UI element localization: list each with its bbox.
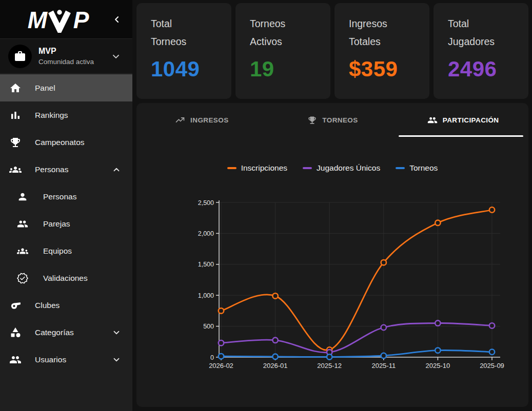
main-content: Total Torneos 1049 Torneos Activos 19 In… bbox=[132, 0, 532, 411]
community-subtitle: Comunidad activa bbox=[38, 57, 104, 67]
community-name: MVP bbox=[38, 46, 104, 56]
sidebar-item-label: Usuarios bbox=[35, 355, 66, 364]
svg-text:0: 0 bbox=[210, 354, 214, 361]
people-icon bbox=[9, 354, 22, 366]
sidebar-item-label: Rankings bbox=[35, 111, 68, 120]
community-avatar bbox=[8, 45, 32, 68]
tab-ingresos[interactable]: INGRESOS bbox=[136, 103, 267, 137]
svg-text:P: P bbox=[73, 7, 89, 33]
legend-dash-icon bbox=[396, 167, 405, 170]
sidebar-nav: Panel Rankings Campeonatos Personas Pers… bbox=[0, 74, 132, 411]
stat-card-total-jugadores: Total Jugadores 2496 bbox=[434, 3, 528, 99]
sidebar-item-campeonatos[interactable]: Campeonatos bbox=[0, 129, 132, 156]
stat-card-torneos-activos: Torneos Activos 19 bbox=[235, 3, 330, 99]
sidebar-item-label: Validaciones bbox=[43, 274, 88, 283]
svg-text:2026-01: 2026-01 bbox=[263, 362, 288, 369]
tab-label: TORNEOS bbox=[322, 116, 358, 124]
whistle-icon bbox=[9, 299, 22, 312]
svg-text:1,000: 1,000 bbox=[198, 292, 214, 299]
svg-text:M: M bbox=[28, 7, 48, 33]
legend-item[interactable]: Jugadores Únicos bbox=[303, 163, 380, 173]
stat-value: $359 bbox=[349, 57, 415, 81]
stat-card-ingresos-totales: Ingresos Totales $359 bbox=[334, 3, 429, 99]
svg-text:2026-02: 2026-02 bbox=[209, 362, 233, 369]
svg-text:2,000: 2,000 bbox=[198, 230, 214, 237]
participation-chart: 05001,0001,5002,0002,5002026-022026-0120… bbox=[191, 197, 519, 374]
sidebar-item-label: Parejas bbox=[43, 219, 70, 229]
stat-card-total-torneos: Total Torneos 1049 bbox=[136, 3, 231, 99]
sidebar-item-clubes[interactable]: Clubes bbox=[0, 292, 132, 319]
chevron-down-icon bbox=[112, 355, 121, 364]
sidebar-item-validaciones[interactable]: Validaciones bbox=[0, 264, 132, 292]
tab-label: PARTICIPACIÓN bbox=[443, 116, 499, 124]
people-icon bbox=[427, 115, 438, 125]
community-text: MVP Comunidad activa bbox=[38, 46, 104, 67]
legend-label: Inscripciones bbox=[241, 163, 287, 173]
stat-value: 2496 bbox=[448, 57, 514, 81]
sidebar-item-usuarios[interactable]: Usuarios bbox=[0, 346, 132, 373]
sidebar-item-personas[interactable]: Personas bbox=[0, 183, 132, 210]
sidebar-item-categorias[interactable]: Categorías bbox=[0, 319, 132, 346]
sidebar-item-personas-group[interactable]: Personas bbox=[0, 156, 132, 183]
chevron-left-icon bbox=[112, 14, 122, 25]
sidebar-item-parejas[interactable]: Parejas bbox=[0, 210, 132, 237]
svg-text:2025-11: 2025-11 bbox=[371, 362, 396, 369]
sidebar-item-panel[interactable]: Panel bbox=[0, 74, 132, 101]
mvp-logo: M P bbox=[26, 6, 93, 33]
sidebar-item-label: Categorías bbox=[35, 328, 74, 337]
groups-icon bbox=[17, 245, 28, 257]
chart-panel: INGRESOS TORNEOS PARTICIPACIÓN Inscripci… bbox=[136, 103, 528, 407]
trophy-icon bbox=[9, 136, 22, 149]
sidebar-item-label: Campeonatos bbox=[35, 138, 85, 147]
chevron-down-icon bbox=[112, 328, 121, 337]
legend-label: Torneos bbox=[409, 163, 438, 173]
stat-label: Ingresos Totales bbox=[349, 15, 415, 51]
tab-torneos[interactable]: TORNEOS bbox=[267, 103, 398, 137]
sidebar-item-equipos[interactable]: Equipos bbox=[0, 237, 132, 264]
sidebar-item-label: Personas bbox=[43, 192, 76, 201]
sidebar-item-label: Equipos bbox=[43, 246, 72, 256]
app-root: M P MVP Comunidad activa Panel bbox=[0, 0, 532, 411]
sidebar: M P MVP Comunidad activa Panel bbox=[0, 0, 132, 411]
bar-chart-icon bbox=[9, 109, 22, 121]
chevron-down-icon bbox=[111, 51, 121, 61]
chart-tabs: INGRESOS TORNEOS PARTICIPACIÓN bbox=[136, 103, 528, 137]
logo-bar: M P bbox=[0, 0, 132, 39]
stat-label: Torneos Activos bbox=[250, 15, 316, 51]
svg-text:1,500: 1,500 bbox=[198, 261, 214, 268]
stat-value: 1049 bbox=[151, 57, 217, 81]
svg-text:2025-09: 2025-09 bbox=[480, 362, 504, 369]
category-icon bbox=[9, 326, 22, 339]
chart-legend: InscripcionesJugadores ÚnicosTorneos bbox=[136, 163, 528, 173]
svg-text:500: 500 bbox=[203, 323, 214, 330]
verified-badge-icon bbox=[17, 273, 28, 284]
stat-value: 19 bbox=[250, 57, 316, 81]
sidebar-collapse-button[interactable] bbox=[111, 13, 123, 27]
trophy-icon bbox=[307, 115, 317, 125]
home-icon bbox=[9, 82, 22, 94]
stat-label: Total Torneos bbox=[151, 15, 217, 51]
tab-label: INGRESOS bbox=[190, 116, 228, 124]
legend-dash-icon bbox=[227, 167, 237, 170]
stat-label: Total Jugadores bbox=[448, 15, 514, 51]
stats-row: Total Torneos 1049 Torneos Activos 19 In… bbox=[136, 3, 528, 99]
svg-text:2025-10: 2025-10 bbox=[426, 362, 450, 369]
trending-up-icon bbox=[175, 115, 185, 125]
sidebar-item-label: Panel bbox=[35, 84, 55, 93]
sidebar-item-label: Personas bbox=[35, 165, 68, 174]
groups-icon bbox=[9, 163, 22, 176]
chevron-up-icon bbox=[112, 165, 121, 174]
community-selector[interactable]: MVP Comunidad activa bbox=[0, 39, 132, 74]
legend-item[interactable]: Inscripciones bbox=[227, 163, 287, 173]
svg-text:2,500: 2,500 bbox=[198, 199, 214, 207]
people-icon bbox=[17, 218, 28, 230]
sidebar-item-label: Clubes bbox=[35, 301, 60, 310]
person-icon bbox=[17, 191, 28, 202]
chart-area: 05001,0001,5002,0002,5002026-022026-0120… bbox=[191, 197, 528, 374]
legend-item[interactable]: Torneos bbox=[396, 163, 438, 173]
legend-dash-icon bbox=[303, 167, 312, 170]
legend-label: Jugadores Únicos bbox=[317, 163, 380, 173]
tab-participacion[interactable]: PARTICIPACIÓN bbox=[398, 103, 528, 137]
sidebar-item-rankings[interactable]: Rankings bbox=[0, 101, 132, 129]
briefcase-icon bbox=[14, 50, 26, 63]
